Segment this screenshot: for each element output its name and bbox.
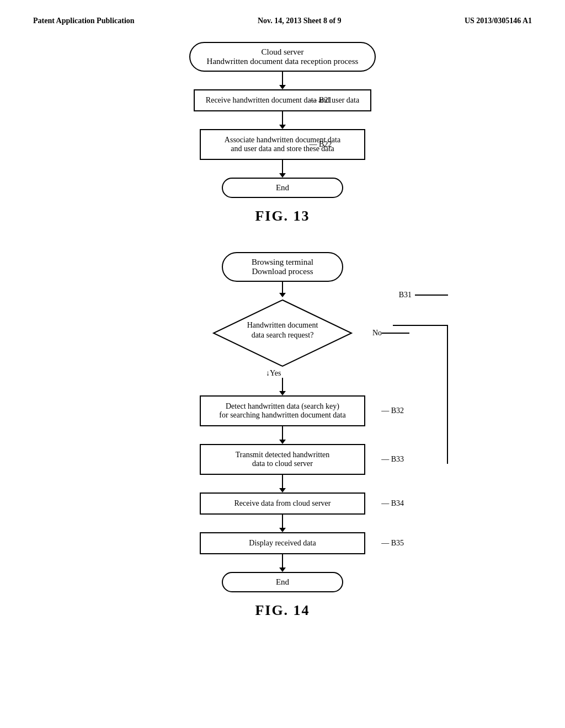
b32-row: Detect handwritten data (search key) for…	[117, 395, 448, 426]
arrow-1	[279, 72, 286, 89]
page-header: Patent Application Publication Nov. 14, …	[33, 17, 532, 25]
fig13-end-text: End	[276, 183, 289, 192]
b34-text: Receive data from cloud server	[234, 499, 331, 507]
fig13-start-line1: Cloud server	[207, 47, 359, 57]
fig14-start-line2: Download process	[239, 267, 326, 276]
b21-row: Receive handwritten document data and us…	[189, 89, 376, 111]
b33-label: — B33	[381, 455, 404, 464]
b34-label: — B34	[381, 499, 404, 508]
b22-label: — B22	[310, 140, 332, 149]
fig14-end-box: End	[222, 572, 343, 592]
arrow-2	[279, 111, 286, 129]
b21-box: Receive handwritten document data and us…	[194, 89, 371, 111]
b35-label: — B35	[381, 539, 404, 548]
fig14-label: FIG. 14	[255, 602, 310, 619]
b33-text-line1: Transmit detected handwritten	[212, 451, 353, 459]
b22-text-line2: and user data and store these data	[212, 144, 353, 153]
b31-id-label: B31	[399, 291, 412, 299]
fig13-end-box: End	[222, 178, 343, 198]
b22-box: Associate handwritten document data and …	[200, 129, 365, 160]
arrow-b34	[279, 475, 286, 493]
b22-text-line1: Associate handwritten document data	[212, 136, 353, 144]
fig13-diagram: Cloud server Handwritten document data r…	[33, 42, 532, 224]
svg-text:Handwritten document: Handwritten document	[247, 321, 318, 329]
fig14-diagram: Browsing terminal Download process B31	[33, 252, 532, 619]
b35-box: Display received data	[200, 532, 365, 554]
b34-row: Receive data from cloud server — B34	[117, 493, 448, 515]
yes-label: ↓Yes	[266, 369, 281, 378]
no-label: No	[372, 329, 382, 338]
b34-box: Receive data from cloud server	[200, 493, 365, 515]
fig14-end-text: End	[276, 577, 289, 586]
svg-text:data search request?: data search request?	[252, 331, 314, 339]
b33-row: Transmit detected handwritten data to cl…	[117, 444, 448, 475]
diagrams-container: Cloud server Handwritten document data r…	[33, 42, 532, 619]
no-arrow-h	[382, 333, 409, 334]
b32-box: Detect handwritten data (search key) for…	[200, 395, 365, 426]
fig13-flow: Cloud server Handwritten document data r…	[189, 42, 376, 198]
b33-text-line2: data to cloud server	[212, 459, 353, 468]
arrow-3	[279, 160, 286, 178]
patent-page: Patent Application Publication Nov. 14, …	[0, 0, 565, 728]
no-feedback-vertical	[447, 325, 448, 464]
b32-text-line2: for searching handwritten document data	[212, 411, 353, 420]
arrow-b32	[279, 378, 286, 395]
header-right: US 2013/0305146 A1	[465, 17, 532, 25]
fig13-start-line2: Handwritten document data reception proc…	[207, 57, 359, 66]
b21-label: — B21	[310, 96, 332, 105]
arrow-b35	[279, 515, 286, 532]
b33-box: Transmit detected handwritten data to cl…	[200, 444, 365, 475]
arrow-b33	[279, 426, 286, 444]
b32-text-line1: Detect handwritten data (search key)	[212, 402, 353, 411]
header-left: Patent Application Publication	[33, 17, 135, 25]
fig14-start-line1: Browsing terminal	[239, 258, 326, 267]
fig14-start-box: Browsing terminal Download process	[222, 252, 343, 282]
fig14-flow: Browsing terminal Download process B31	[117, 252, 448, 592]
arrow-end14	[279, 554, 286, 572]
b35-row: Display received data — B35	[117, 532, 448, 554]
no-feedback-horizontal-top	[393, 325, 448, 326]
header-middle: Nov. 14, 2013 Sheet 8 of 9	[258, 17, 342, 25]
b32-label: — B32	[381, 406, 404, 415]
fig13-start-box: Cloud server Handwritten document data r…	[189, 42, 376, 72]
b31-diamond: Handwritten document data search request…	[211, 297, 354, 369]
fig13-label: FIG. 13	[255, 208, 310, 224]
b35-text: Display received data	[249, 539, 316, 547]
b22-row: Associate handwritten document data and …	[189, 129, 376, 160]
b21-text: Receive handwritten document data and us…	[206, 96, 359, 104]
